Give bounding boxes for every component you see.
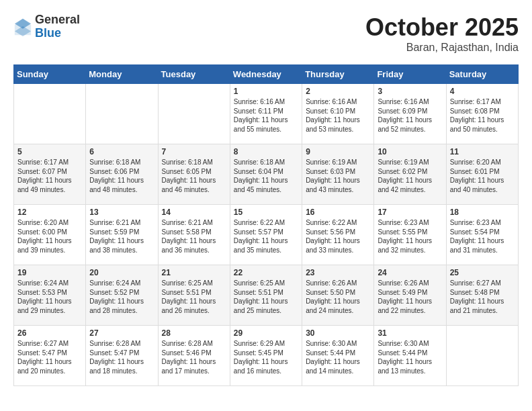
day-info: Sunrise: 6:25 AMSunset: 5:51 PMDaylight:… bbox=[234, 279, 298, 315]
day-info: Sunrise: 6:16 AMSunset: 6:10 PMDaylight:… bbox=[306, 97, 370, 134]
day-number: 1 bbox=[234, 87, 298, 96]
day-info: Sunrise: 6:28 AMSunset: 5:46 PMDaylight:… bbox=[162, 339, 226, 375]
calendar-cell: 15Sunrise: 6:22 AMSunset: 5:57 PMDayligh… bbox=[230, 205, 302, 265]
day-info: Sunrise: 6:30 AMSunset: 5:44 PMDaylight:… bbox=[306, 339, 370, 375]
day-info: Sunrise: 6:20 AMSunset: 6:00 PMDaylight:… bbox=[17, 218, 82, 255]
day-number: 9 bbox=[306, 147, 370, 156]
calendar-cell: 17Sunrise: 6:23 AMSunset: 5:55 PMDayligh… bbox=[374, 205, 446, 265]
day-number: 24 bbox=[378, 268, 442, 277]
day-info: Sunrise: 6:27 AMSunset: 5:48 PMDaylight:… bbox=[450, 279, 515, 315]
day-info: Sunrise: 6:26 AMSunset: 5:49 PMDaylight:… bbox=[378, 279, 442, 315]
day-info: Sunrise: 6:30 AMSunset: 5:44 PMDaylight:… bbox=[378, 339, 442, 375]
day-number: 14 bbox=[162, 208, 226, 217]
logo-blue-text: Blue bbox=[35, 26, 61, 40]
day-info: Sunrise: 6:24 AMSunset: 5:53 PMDaylight:… bbox=[17, 279, 82, 315]
day-info: Sunrise: 6:27 AMSunset: 5:47 PMDaylight:… bbox=[17, 339, 82, 375]
calendar-cell: 21Sunrise: 6:25 AMSunset: 5:51 PMDayligh… bbox=[158, 265, 230, 326]
calendar-cell: 23Sunrise: 6:26 AMSunset: 5:50 PMDayligh… bbox=[302, 265, 374, 326]
day-info: Sunrise: 6:22 AMSunset: 5:56 PMDaylight:… bbox=[306, 218, 370, 255]
calendar-cell: 14Sunrise: 6:21 AMSunset: 5:58 PMDayligh… bbox=[158, 205, 230, 265]
calendar-cell: 3Sunrise: 6:16 AMSunset: 6:09 PMDaylight… bbox=[374, 84, 446, 144]
day-number: 8 bbox=[234, 147, 298, 156]
day-number: 6 bbox=[89, 147, 154, 156]
day-number: 2 bbox=[306, 87, 370, 96]
day-number: 22 bbox=[234, 268, 298, 277]
calendar-cell: 4Sunrise: 6:17 AMSunset: 6:08 PMDaylight… bbox=[446, 84, 518, 144]
calendar-cell bbox=[86, 84, 158, 144]
day-info: Sunrise: 6:18 AMSunset: 6:06 PMDaylight:… bbox=[89, 158, 154, 194]
day-info: Sunrise: 6:16 AMSunset: 6:11 PMDaylight:… bbox=[234, 97, 298, 134]
header-friday: Friday bbox=[374, 65, 446, 84]
header-thursday: Thursday bbox=[302, 65, 374, 84]
day-info: Sunrise: 6:28 AMSunset: 5:47 PMDaylight:… bbox=[89, 339, 154, 375]
logo-general: General bbox=[35, 13, 80, 26]
calendar-cell: 31Sunrise: 6:30 AMSunset: 5:44 PMDayligh… bbox=[374, 326, 446, 386]
day-number: 27 bbox=[89, 328, 154, 338]
calendar-cell: 12Sunrise: 6:20 AMSunset: 6:00 PMDayligh… bbox=[14, 205, 86, 265]
day-info: Sunrise: 6:17 AMSunset: 6:07 PMDaylight:… bbox=[17, 158, 82, 194]
day-info: Sunrise: 6:26 AMSunset: 5:50 PMDaylight:… bbox=[306, 279, 370, 315]
day-info: Sunrise: 6:24 AMSunset: 5:52 PMDaylight:… bbox=[89, 279, 154, 315]
day-info: Sunrise: 6:19 AMSunset: 6:02 PMDaylight:… bbox=[378, 158, 442, 194]
calendar-cell: 2Sunrise: 6:16 AMSunset: 6:10 PMDaylight… bbox=[302, 84, 374, 144]
day-info: Sunrise: 6:21 AMSunset: 5:59 PMDaylight:… bbox=[89, 218, 154, 255]
calendar-week-2: 12Sunrise: 6:20 AMSunset: 6:00 PMDayligh… bbox=[14, 205, 519, 265]
day-number: 21 bbox=[162, 268, 226, 277]
calendar-table: SundayMondayTuesdayWednesdayThursdayFrid… bbox=[13, 64, 519, 386]
day-number: 31 bbox=[378, 328, 442, 338]
header-saturday: Saturday bbox=[446, 65, 518, 84]
calendar-cell: 19Sunrise: 6:24 AMSunset: 5:53 PMDayligh… bbox=[14, 265, 86, 326]
day-info: Sunrise: 6:21 AMSunset: 5:58 PMDaylight:… bbox=[162, 218, 226, 255]
day-number: 28 bbox=[162, 328, 226, 338]
day-info: Sunrise: 6:19 AMSunset: 6:03 PMDaylight:… bbox=[306, 158, 370, 194]
calendar-week-0: 1Sunrise: 6:16 AMSunset: 6:11 PMDaylight… bbox=[14, 84, 519, 144]
day-number: 7 bbox=[162, 147, 226, 156]
day-number: 30 bbox=[306, 328, 370, 338]
calendar-cell bbox=[158, 84, 230, 144]
calendar-week-1: 5Sunrise: 6:17 AMSunset: 6:07 PMDaylight… bbox=[14, 144, 519, 205]
calendar-cell: 20Sunrise: 6:24 AMSunset: 5:52 PMDayligh… bbox=[86, 265, 158, 326]
calendar-cell bbox=[446, 326, 518, 386]
day-info: Sunrise: 6:23 AMSunset: 5:55 PMDaylight:… bbox=[378, 218, 442, 255]
day-number: 19 bbox=[17, 268, 82, 277]
day-info: Sunrise: 6:23 AMSunset: 5:54 PMDaylight:… bbox=[450, 218, 515, 255]
day-number: 5 bbox=[17, 147, 82, 156]
calendar-cell: 28Sunrise: 6:28 AMSunset: 5:46 PMDayligh… bbox=[158, 326, 230, 386]
header-wednesday: Wednesday bbox=[230, 65, 302, 84]
day-number: 10 bbox=[378, 147, 442, 156]
calendar-week-3: 19Sunrise: 6:24 AMSunset: 5:53 PMDayligh… bbox=[14, 265, 519, 326]
day-info: Sunrise: 6:22 AMSunset: 5:57 PMDaylight:… bbox=[234, 218, 298, 255]
day-number: 3 bbox=[378, 87, 442, 96]
calendar-cell bbox=[14, 84, 86, 144]
calendar-cell: 22Sunrise: 6:25 AMSunset: 5:51 PMDayligh… bbox=[230, 265, 302, 326]
day-number: 15 bbox=[234, 208, 298, 217]
day-number: 12 bbox=[17, 208, 82, 217]
calendar-cell: 30Sunrise: 6:30 AMSunset: 5:44 PMDayligh… bbox=[302, 326, 374, 386]
calendar-cell: 1Sunrise: 6:16 AMSunset: 6:11 PMDaylight… bbox=[230, 84, 302, 144]
calendar-cell: 9Sunrise: 6:19 AMSunset: 6:03 PMDaylight… bbox=[302, 144, 374, 205]
calendar-cell: 6Sunrise: 6:18 AMSunset: 6:06 PMDaylight… bbox=[86, 144, 158, 205]
day-number: 4 bbox=[450, 87, 515, 96]
calendar-cell: 25Sunrise: 6:27 AMSunset: 5:48 PMDayligh… bbox=[446, 265, 518, 326]
header-sunday: Sunday bbox=[14, 65, 86, 84]
day-info: Sunrise: 6:29 AMSunset: 5:45 PMDaylight:… bbox=[234, 339, 298, 375]
calendar-cell: 13Sunrise: 6:21 AMSunset: 5:59 PMDayligh… bbox=[86, 205, 158, 265]
calendar-cell: 18Sunrise: 6:23 AMSunset: 5:54 PMDayligh… bbox=[446, 205, 518, 265]
calendar-cell: 5Sunrise: 6:17 AMSunset: 6:07 PMDaylight… bbox=[14, 144, 86, 205]
day-number: 16 bbox=[306, 208, 370, 217]
page-header: General Blue October 2025 Baran, Rajasth… bbox=[13, 13, 519, 54]
calendar-cell: 24Sunrise: 6:26 AMSunset: 5:49 PMDayligh… bbox=[374, 265, 446, 326]
day-info: Sunrise: 6:17 AMSunset: 6:08 PMDaylight:… bbox=[450, 97, 515, 134]
day-number: 29 bbox=[234, 328, 298, 338]
calendar-week-4: 26Sunrise: 6:27 AMSunset: 5:47 PMDayligh… bbox=[14, 326, 519, 386]
calendar-cell: 8Sunrise: 6:18 AMSunset: 6:04 PMDaylight… bbox=[230, 144, 302, 205]
calendar-cell: 7Sunrise: 6:18 AMSunset: 6:05 PMDaylight… bbox=[158, 144, 230, 205]
header-monday: Monday bbox=[86, 65, 158, 84]
day-info: Sunrise: 6:16 AMSunset: 6:09 PMDaylight:… bbox=[378, 97, 442, 134]
calendar-cell: 29Sunrise: 6:29 AMSunset: 5:45 PMDayligh… bbox=[230, 326, 302, 386]
calendar-cell: 27Sunrise: 6:28 AMSunset: 5:47 PMDayligh… bbox=[86, 326, 158, 386]
logo-text: General Blue bbox=[35, 13, 80, 40]
day-number: 25 bbox=[450, 268, 515, 277]
day-number: 18 bbox=[450, 208, 515, 217]
logo: General Blue bbox=[13, 13, 80, 40]
